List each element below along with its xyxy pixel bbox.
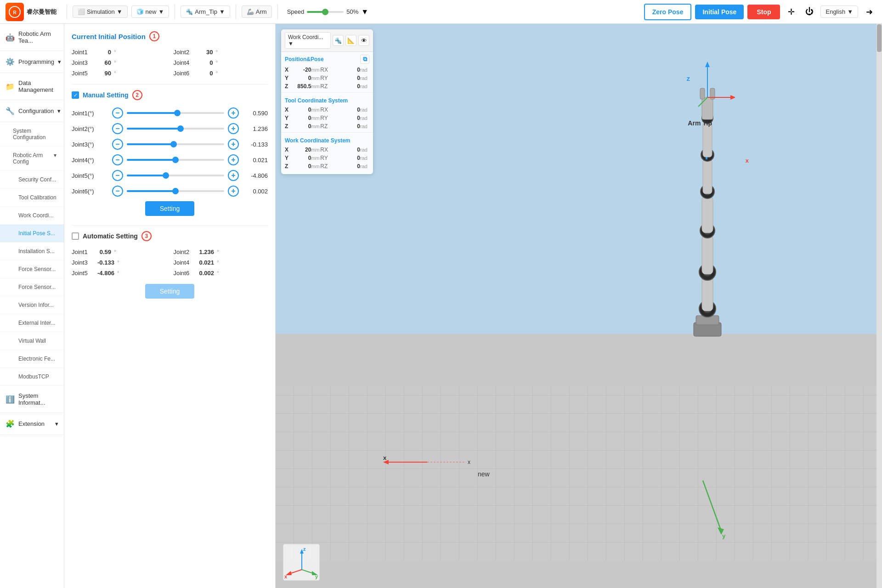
fill-j3 (127, 143, 174, 145)
minus-j2[interactable]: − (112, 123, 123, 134)
divider2 (175, 5, 175, 19)
sidebar-item-initial-pose[interactable]: Initial Pose S... (0, 225, 64, 243)
tool-coord-title: Tool Coordinate System (281, 95, 373, 106)
joint5-value: 90 (97, 70, 111, 77)
sidebar-item-extension[interactable]: 🧩 Extension ▾ (0, 413, 64, 435)
minus-j6[interactable]: − (112, 186, 123, 197)
slider-row-joint5: Joint5(°) − + -4.806 (72, 170, 268, 181)
robot-icon: 🤖 (6, 33, 15, 42)
setting-button-2[interactable]: Setting (145, 284, 195, 299)
speed-slider[interactable] (307, 11, 344, 13)
coord-dropdown[interactable]: Work Coordi... ▼ (285, 32, 331, 49)
auto-j6-value: 0.002 (199, 270, 215, 277)
sidebar-item-tool-calibration[interactable]: Tool Calibration (0, 189, 64, 207)
sidebar-item-robotic-arm[interactable]: 🤖 Robotic Arm Tea... (0, 24, 64, 51)
manual-checkbox[interactable]: ✓ (72, 91, 79, 99)
section1-title: Current Initial Position 1 (72, 31, 268, 41)
scene-dropdown[interactable]: 🧊 new ▼ (131, 6, 170, 18)
chevron-down-icon: ▼ (117, 8, 123, 15)
pos-x-row: X -20 mm RX 0 rad (281, 66, 373, 74)
svg-marker-24 (705, 62, 710, 67)
sidebar-item-data-management[interactable]: 📁 Data Management (0, 73, 64, 100)
speed-slider-thumb (322, 9, 328, 15)
arm-tip-label: Arm Tip (688, 119, 712, 127)
pos-z-row: Z 850.5 mm RZ 0 rad (281, 82, 373, 90)
minus-j5[interactable]: − (112, 170, 123, 181)
joint3-unit: ° (114, 60, 116, 66)
sidebar-item-work-coordi[interactable]: Work Coordi... (0, 207, 64, 225)
sidebar-item-force-sensor2[interactable]: Force Sensor... (0, 278, 64, 296)
slider-label-j1: Joint1(°) (72, 110, 108, 117)
sidebar-item-system-info[interactable]: ℹ️ System Informat... (0, 386, 64, 413)
track-j3[interactable] (127, 143, 224, 145)
work-z-row: Z 0 mm RZ 0 rad (281, 162, 373, 170)
auto-checkbox[interactable] (72, 232, 79, 240)
auto-badge: 3 (141, 231, 152, 241)
crosshair-button[interactable]: ✛ (784, 5, 798, 19)
slider-label-j3: Joint3(°) (72, 141, 108, 148)
stop-button[interactable]: Stop (747, 5, 780, 19)
tool-icon-btn[interactable]: 🔩 (333, 35, 344, 46)
sidebar-item-security-conf[interactable]: Security Conf... (0, 171, 64, 189)
minus-j1[interactable]: − (112, 107, 123, 119)
arm-btn[interactable]: 🦾 Arm (242, 6, 272, 18)
minus-j4[interactable]: − (112, 154, 123, 165)
plus-j6[interactable]: + (228, 186, 239, 197)
sidebar-item-version-info[interactable]: Version Infor... (0, 296, 64, 314)
zero-pose-button[interactable]: Zero Pose (644, 4, 692, 20)
eye-icon-btn[interactable]: 👁 (358, 35, 369, 46)
setting-button-1[interactable]: Setting (145, 201, 195, 216)
svg-rect-12 (702, 196, 713, 233)
sidebar-item-external-inter[interactable]: External Inter... (0, 314, 64, 332)
minus-j3[interactable]: − (112, 139, 123, 150)
sidebar-item-system-config[interactable]: System Configuration (0, 122, 64, 147)
track-j2[interactable] (127, 128, 224, 130)
plus-j1[interactable]: + (228, 107, 239, 119)
logout-button[interactable]: ➜ (862, 5, 876, 19)
initial-pose-button[interactable]: Initial Pose (695, 5, 744, 19)
thumb-j1 (174, 110, 181, 116)
simulation-btn[interactable]: ⬜ Simulation ▼ (73, 6, 128, 18)
plus-j4[interactable]: + (228, 154, 239, 165)
content-area: Current Initial Position 1 Joint1 0 ° Jo… (64, 24, 882, 588)
initial-joint1-row: Joint1 0 ° (72, 49, 166, 56)
track-j6[interactable] (127, 190, 224, 192)
sidebar-item-configuration[interactable]: 🔧 Configuration ▾ (0, 100, 64, 122)
right-scrollbar[interactable] (876, 24, 882, 588)
initial-joint4-row: Joint4 0 ° (174, 59, 268, 66)
sidebar-item-programming[interactable]: ⚙️ Programming ▾ (0, 51, 64, 73)
divider1 (67, 5, 67, 19)
scrollbar-thumb[interactable] (877, 24, 882, 52)
auto-setting-row: Automatic Setting 3 (72, 231, 268, 241)
plus-j5[interactable]: + (228, 170, 239, 181)
plus-j2[interactable]: + (228, 123, 239, 134)
sidebar-item-force-sensor1[interactable]: Force Sensor... (0, 260, 64, 278)
plus-j3[interactable]: + (228, 139, 239, 150)
chevron-down-icon2: ▼ (158, 8, 164, 15)
sidebar-item-installation[interactable]: Installation S... (0, 243, 64, 260)
sidebar-item-modbus-tcp[interactable]: ModbusTCP (0, 368, 64, 386)
sidebar-item-robotic-arm-config[interactable]: Robotic Arm Config ▾ (0, 147, 64, 171)
coord-icon-btn[interactable]: 📐 (345, 35, 356, 46)
track-j5[interactable] (127, 175, 224, 176)
config-icon: 🔧 (6, 107, 15, 115)
joint4-value: 0 (199, 59, 213, 66)
joint2-label: Joint2 (174, 49, 197, 56)
info-divider-2 (281, 132, 373, 133)
sidebar-item-electronic-fe[interactable]: Electronic Fe... (0, 350, 64, 368)
thumb-j6 (172, 188, 179, 194)
work-y-row: Y 0 mm RY 0 rad (281, 154, 373, 162)
chevron-icon-armconfig: ▾ (54, 152, 57, 165)
speed-control: Speed 50% ▼ (287, 8, 368, 16)
sidebar-item-virtual-wall[interactable]: Virtual Wall (0, 332, 64, 350)
arm-tip-dropdown[interactable]: 🔩 Arm_Tip ▼ (181, 6, 230, 18)
track-j4[interactable] (127, 159, 224, 161)
info-panel-toolbar: Work Coordi... ▼ 🔩 📐 👁 (281, 29, 373, 52)
auto-j2-value: 1.236 (199, 249, 215, 255)
power-button[interactable]: ⏻ (802, 5, 817, 19)
left-panel: Current Initial Position 1 Joint1 0 ° Jo… (64, 24, 276, 588)
language-dropdown[interactable]: English ▼ (820, 6, 858, 18)
copy-icon[interactable]: ⧉ (360, 55, 369, 64)
track-j1[interactable] (127, 112, 224, 114)
scene-icon: 🧊 (136, 8, 144, 15)
